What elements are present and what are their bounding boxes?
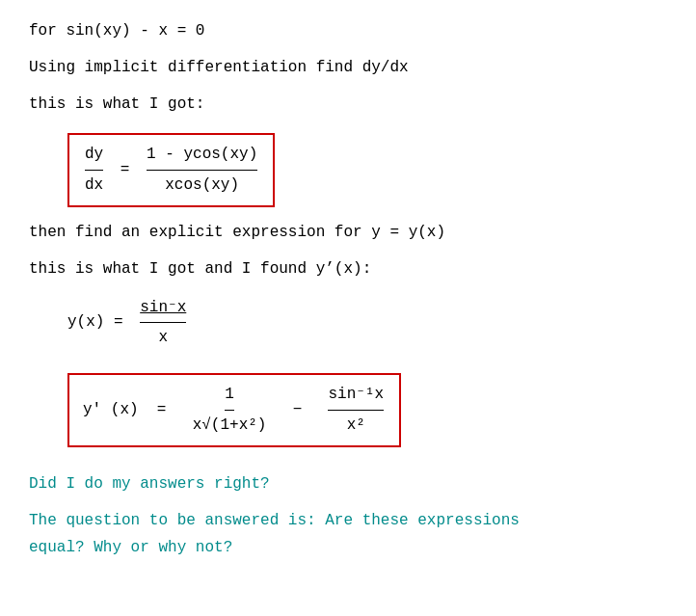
line-answer-prompt-2: equal? Why or why not? xyxy=(29,536,667,559)
yp-label: y′ (x) = xyxy=(83,396,185,424)
boxed-expression-2: y′ (x) = 1 x√(1+x²) − sin⁻¹x x² xyxy=(67,373,401,447)
equation-text: for sin(xy) - x = 0 xyxy=(29,22,204,40)
main-fraction-1: 1 - ycos(xy) xcos(xy) xyxy=(147,141,257,200)
line-equation: for sin(xy) - x = 0 xyxy=(29,19,667,42)
line-question: Did I do my answers right? xyxy=(29,472,667,495)
fraction1-numerator: 1 - ycos(xy) xyxy=(147,141,257,171)
line-got: this is what I got: xyxy=(29,93,667,116)
yx-label: y(x) = xyxy=(67,308,132,336)
question-text: Did I do my answers right? xyxy=(29,475,270,493)
yp-denominator-1: x√(1+x²) xyxy=(193,411,267,440)
answer-text-a: The question to be answered is: Are thes… xyxy=(29,512,520,529)
line-got2: this is what I got and I found y’(x): xyxy=(29,257,667,281)
dy-dx-fraction: dy dx xyxy=(85,141,103,200)
yx-expression: y(x) = sin⁻x x xyxy=(67,294,667,353)
yp-numerator-2: sin⁻¹x xyxy=(328,381,384,411)
fraction1-denominator: xcos(xy) xyxy=(165,171,239,200)
yx-fraction: sin⁻x x xyxy=(140,294,186,353)
yp-numerator-1: 1 xyxy=(225,381,234,411)
line-instruction: Using implicit differentiation find dy/d… xyxy=(29,56,667,79)
got-text: this is what I got: xyxy=(29,95,204,113)
yx-numerator: sin⁻x xyxy=(140,294,186,324)
boxed-expression-1: dy dx = 1 - ycos(xy) xcos(xy) xyxy=(67,133,275,207)
explicit-text: then find an explicit expression for y =… xyxy=(29,224,445,241)
line-answer-prompt: The question to be answered is: Are thes… xyxy=(29,509,667,532)
yp-denominator-2: x² xyxy=(347,411,365,440)
got2-text: this is what I got and I found y’(x): xyxy=(29,260,371,278)
yx-denominator: x xyxy=(158,323,168,352)
line-explicit: then find an explicit expression for y =… xyxy=(29,221,667,244)
answer-text-b: equal? Why or why not? xyxy=(29,539,232,556)
dy-numerator: dy xyxy=(85,141,103,171)
equals-sign-1: = xyxy=(111,156,139,184)
minus-sign: − xyxy=(274,396,320,424)
yp-fraction-2: sin⁻¹x x² xyxy=(328,381,384,440)
yp-fraction-1: 1 x√(1+x²) xyxy=(193,381,267,440)
dx-denominator: dx xyxy=(85,171,103,200)
instruction-text: Using implicit differentiation find dy/d… xyxy=(29,59,409,76)
